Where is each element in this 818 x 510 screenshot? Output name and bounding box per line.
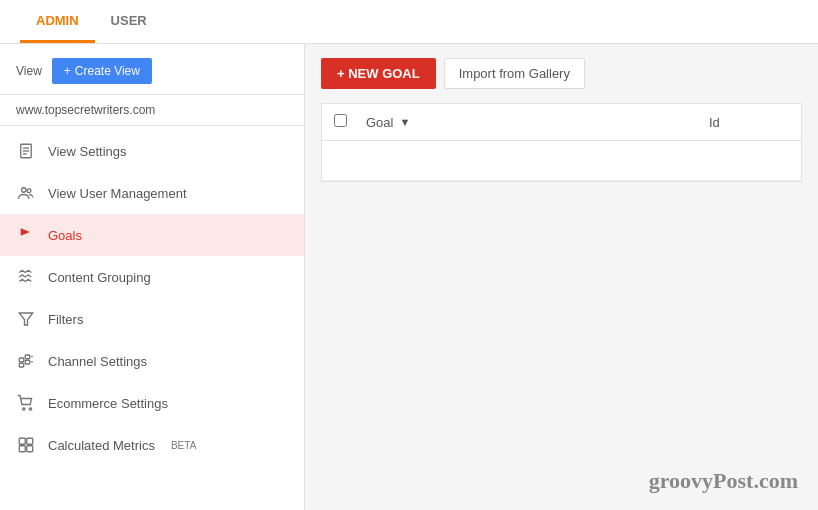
sidebar-item-content-grouping[interactable]: Content Grouping bbox=[0, 256, 304, 298]
table-header-checkbox[interactable] bbox=[334, 114, 354, 130]
channel-icon bbox=[16, 351, 36, 371]
select-all-checkbox[interactable] bbox=[334, 114, 347, 127]
channel-settings-label: Channel Settings bbox=[48, 354, 147, 369]
tab-admin[interactable]: ADMIN bbox=[20, 1, 95, 43]
tab-user[interactable]: USER bbox=[95, 1, 163, 43]
top-nav: ADMIN USER bbox=[0, 0, 818, 44]
calculated-metrics-label: Calculated Metrics bbox=[48, 438, 155, 453]
new-goal-button[interactable]: + NEW GOAL bbox=[321, 58, 436, 89]
sidebar-item-channel-settings[interactable]: Channel Settings bbox=[0, 340, 304, 382]
sidebar-item-goals[interactable]: Goals bbox=[0, 214, 304, 256]
watermark: groovyPost.com bbox=[649, 468, 798, 494]
ecommerce-settings-label: Ecommerce Settings bbox=[48, 396, 168, 411]
sort-arrow-icon[interactable]: ▼ bbox=[399, 116, 410, 128]
metrics-icon bbox=[16, 435, 36, 455]
table-header-row: Goal ▼ Id bbox=[322, 104, 801, 141]
goals-label: Goals bbox=[48, 228, 82, 243]
svg-rect-17 bbox=[19, 446, 25, 452]
svg-rect-8 bbox=[19, 363, 24, 367]
sidebar-item-filters[interactable]: Filters bbox=[0, 298, 304, 340]
svg-rect-7 bbox=[19, 358, 24, 362]
svg-point-13 bbox=[23, 408, 25, 410]
content-grouping-icon bbox=[16, 267, 36, 287]
sidebar-item-calculated-metrics[interactable]: Calculated Metrics BETA bbox=[0, 424, 304, 466]
site-url: www.topsecretwriters.com bbox=[0, 95, 304, 126]
svg-rect-15 bbox=[19, 438, 25, 444]
content-area: + NEW GOAL Import from Gallery Goal ▼ Id… bbox=[305, 44, 818, 510]
import-from-gallery-button[interactable]: Import from Gallery bbox=[444, 58, 585, 89]
content-grouping-label: Content Grouping bbox=[48, 270, 151, 285]
svg-rect-18 bbox=[27, 446, 33, 452]
create-view-button[interactable]: + Create View bbox=[52, 58, 152, 84]
content-toolbar: + NEW GOAL Import from Gallery bbox=[305, 44, 818, 103]
sidebar-item-view-user-management[interactable]: View User Management bbox=[0, 172, 304, 214]
view-user-management-label: View User Management bbox=[48, 186, 187, 201]
filter-icon bbox=[16, 309, 36, 329]
goal-column-label: Goal bbox=[366, 115, 393, 130]
beta-badge: BETA bbox=[171, 440, 196, 451]
sidebar-item-ecommerce-settings[interactable]: Ecommerce Settings bbox=[0, 382, 304, 424]
users-icon bbox=[16, 183, 36, 203]
view-label: View bbox=[16, 64, 42, 78]
main-layout: ← View + Create View www.topsecretwriter… bbox=[0, 44, 818, 510]
svg-marker-6 bbox=[19, 313, 33, 325]
svg-rect-10 bbox=[25, 360, 30, 364]
view-settings-label: View Settings bbox=[48, 144, 127, 159]
document-icon bbox=[16, 141, 36, 161]
table-empty-row bbox=[322, 141, 801, 181]
sidebar-item-view-settings[interactable]: View Settings bbox=[0, 130, 304, 172]
filters-label: Filters bbox=[48, 312, 83, 327]
goals-table: Goal ▼ Id bbox=[321, 103, 802, 182]
cart-icon bbox=[16, 393, 36, 413]
svg-point-14 bbox=[29, 408, 31, 410]
create-view-label: Create View bbox=[75, 64, 140, 78]
svg-point-5 bbox=[27, 189, 31, 193]
flag-icon bbox=[16, 225, 36, 245]
plus-icon: + bbox=[64, 64, 71, 78]
svg-rect-9 bbox=[25, 355, 30, 359]
table-header-id: Id bbox=[709, 115, 789, 130]
sidebar-view-section: View + Create View bbox=[0, 44, 304, 95]
sidebar: ← View + Create View www.topsecretwriter… bbox=[0, 44, 305, 510]
svg-rect-16 bbox=[27, 438, 33, 444]
table-header-goal: Goal ▼ bbox=[366, 115, 709, 130]
svg-point-4 bbox=[22, 188, 27, 193]
sidebar-menu: View Settings View User Management bbox=[0, 126, 304, 510]
